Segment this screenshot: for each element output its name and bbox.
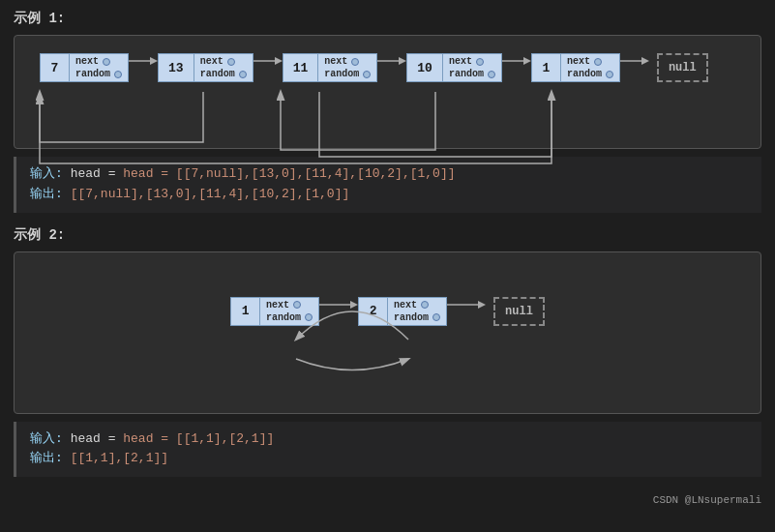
svg-marker-11 — [350, 301, 358, 309]
svg-marker-5 — [399, 57, 406, 65]
dot-icon — [421, 301, 429, 309]
footer: CSDN @LNsupermali — [14, 490, 761, 506]
example2-diagram: 1 next random 2 — [14, 251, 761, 414]
dot-icon — [293, 301, 301, 309]
input-label-2: 输入: — [30, 431, 63, 446]
dot-icon — [476, 58, 484, 66]
arrow-svg — [129, 53, 158, 69]
dot-icon — [114, 71, 122, 78]
input-value-1: head = [[7,null],[13,0],[11,4],[10,2],[1… — [123, 166, 455, 181]
null-box-1: null — [657, 53, 708, 82]
svg-marker-3 — [275, 57, 283, 65]
dot-icon — [594, 58, 602, 66]
dot-icon — [305, 313, 313, 321]
svg-marker-1 — [150, 57, 158, 65]
node-e2-1: 1 next random — [230, 297, 319, 326]
node-11: 11 next random — [283, 53, 378, 82]
input-value-2: head = [[1,1],[2,1]] — [123, 431, 274, 446]
node-13: 13 next random — [158, 53, 253, 82]
svg-marker-13 — [478, 301, 486, 309]
dot-icon — [432, 313, 440, 321]
output-value-2: [[1,1],[2,1]] — [71, 451, 168, 465]
example1-title: 示例 1: — [14, 10, 761, 27]
node-10: 10 next random — [406, 53, 502, 82]
dot-icon — [351, 58, 359, 66]
node-7-val: 7 — [41, 54, 70, 81]
dot-icon — [227, 58, 235, 66]
node-1: 1 next random — [531, 53, 620, 82]
dot-icon — [363, 71, 371, 78]
output-label-2: 输出: — [30, 451, 63, 465]
dot-icon — [606, 71, 613, 78]
example2-title: 示例 2: — [14, 226, 761, 244]
node-7: 7 next random — [40, 53, 129, 82]
svg-marker-9 — [641, 57, 649, 65]
example1-code: 输入: head = head = [[7,null],[13,0],[11,4… — [14, 157, 761, 213]
example2-code: 输入: head = head = [[1,1],[2,1]] 输出: [[1,… — [14, 422, 761, 478]
node-e2-2: 2 next random — [358, 297, 447, 326]
output-value-1: [[7,null],[13,0],[11,4],[10,2],[1,0]] — [71, 187, 350, 201]
dot-icon — [239, 71, 247, 78]
input-label-1: 输入: — [30, 166, 63, 181]
svg-marker-7 — [523, 57, 531, 65]
dot-icon — [103, 58, 110, 66]
footer-text: CSDN @LNsupermali — [653, 494, 761, 506]
example1-diagram: 7 next random 13 next — [14, 35, 761, 149]
output-label-1: 输出: — [30, 187, 63, 201]
null-box-2: null — [493, 297, 545, 326]
dot-icon — [488, 71, 495, 78]
